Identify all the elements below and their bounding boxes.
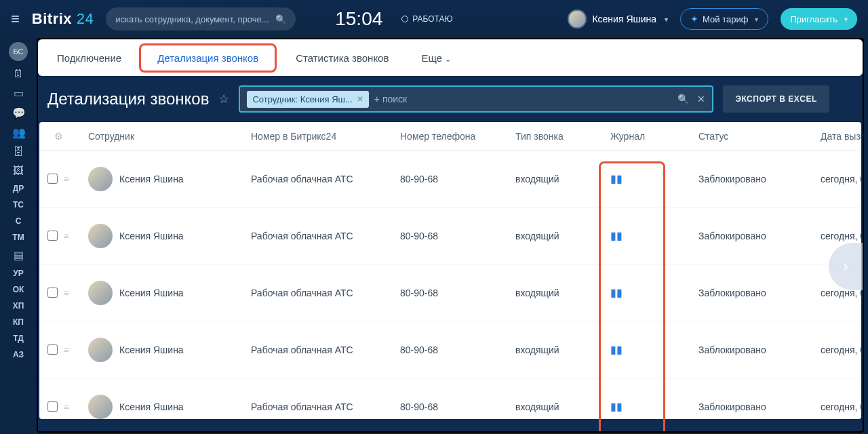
cell-employee[interactable]: Ксения Яшина bbox=[88, 281, 251, 305]
filter-chip-label: Сотрудник: Ксения Яш... bbox=[252, 94, 352, 104]
clear-icon[interactable]: ✕ bbox=[697, 94, 705, 104]
cell-type: входящий bbox=[515, 401, 610, 412]
cell-journal[interactable]: ▮▮ bbox=[610, 286, 698, 299]
tab-connection[interactable]: Подключение bbox=[43, 43, 135, 73]
col-phone[interactable]: Номер телефона bbox=[400, 131, 515, 142]
employee-name: Ксения Яшина bbox=[119, 288, 184, 298]
table-row[interactable]: ≡ Ксения Яшина Рабочая облачная АТС 80-9… bbox=[39, 264, 861, 321]
invite-button[interactable]: Пригласить ▾ bbox=[781, 8, 857, 30]
cell-employee[interactable]: Ксения Яшина bbox=[88, 224, 251, 248]
tab-call-detail[interactable]: Детализация звонков bbox=[139, 43, 277, 73]
calendar-icon[interactable]: 🗓 bbox=[12, 68, 24, 80]
table-row[interactable]: ≡ Ксения Яшина Рабочая облачная АТС 80-9… bbox=[39, 208, 861, 264]
sidebar-item[interactable]: ТМ bbox=[12, 233, 24, 242]
star-icon[interactable]: ☆ bbox=[218, 92, 229, 106]
cell-status: Заблокировано bbox=[698, 288, 821, 298]
search-icon[interactable]: 🔍 bbox=[677, 94, 689, 104]
cell-journal[interactable]: ▮▮ bbox=[610, 172, 698, 185]
row-checkbox[interactable] bbox=[47, 231, 58, 241]
sidebar-item[interactable]: ОК bbox=[13, 285, 24, 294]
row-select[interactable]: ≡ bbox=[39, 174, 77, 184]
work-status[interactable]: РАБОТАЮ bbox=[401, 14, 452, 24]
table-row[interactable]: ≡ Ксения Яшина Рабочая облачная АТС 80-9… bbox=[39, 321, 861, 378]
sidebar-item[interactable]: С bbox=[16, 216, 22, 226]
row-checkbox[interactable] bbox=[47, 288, 58, 298]
profile-menu[interactable]: Ксения Яшина ▾ bbox=[568, 9, 668, 28]
cell-number: Рабочая облачная АТС bbox=[251, 288, 400, 298]
gear-icon[interactable]: ⚙ bbox=[39, 131, 77, 142]
filter-search[interactable]: Сотрудник: Ксения Яш... ✕ + поиск 🔍 ✕ bbox=[239, 85, 713, 113]
cell-type: входящий bbox=[515, 231, 610, 241]
global-search[interactable]: искать сотрудника, документ, проче... 🔍 bbox=[106, 7, 296, 31]
plan-button[interactable]: ✦ Мой тариф ▾ bbox=[680, 8, 768, 30]
cell-date: сегодня, 09:09 bbox=[821, 401, 861, 412]
book-icon: ▮▮ bbox=[610, 287, 623, 298]
close-icon[interactable]: ✕ bbox=[357, 94, 363, 104]
cell-number: Рабочая облачная АТС bbox=[251, 231, 400, 241]
cell-status: Заблокировано bbox=[698, 231, 821, 241]
cell-type: входящий bbox=[515, 174, 610, 184]
cell-type: входящий bbox=[515, 288, 610, 298]
left-sidebar: БС 🗓 ▭ 💬 👥 🗄 🖼 ДР ТС С ТМ ▤ УР ОК ХП КП … bbox=[0, 38, 37, 434]
sidebar-item[interactable]: ТД bbox=[13, 334, 24, 343]
book-icon: ▮▮ bbox=[610, 230, 623, 241]
cell-employee[interactable]: Ксения Яшина bbox=[88, 167, 251, 191]
employee-name: Ксения Яшина bbox=[119, 174, 184, 184]
sidebar-item[interactable]: ДР bbox=[13, 184, 24, 193]
row-select[interactable]: ≡ bbox=[39, 344, 77, 355]
col-date[interactable]: Дата вызова⌄ bbox=[821, 131, 861, 142]
cell-employee[interactable]: Ксения Яшина bbox=[88, 395, 251, 419]
record-icon bbox=[401, 16, 408, 22]
drag-icon[interactable]: ≡ bbox=[63, 231, 68, 241]
drag-icon[interactable]: ≡ bbox=[63, 401, 68, 412]
col-journal[interactable]: Журнал bbox=[610, 131, 698, 142]
people-icon[interactable]: 👥 bbox=[12, 126, 24, 139]
sidebar-item[interactable]: ТС bbox=[13, 200, 24, 210]
logo[interactable]: Bitrix 24 bbox=[32, 10, 94, 28]
employee-name: Ксения Яшина bbox=[119, 231, 184, 241]
table-row[interactable]: ≡ Ксения Яшина Рабочая облачная АТС 80-9… bbox=[39, 378, 861, 419]
col-number[interactable]: Номер в Битрикс24 bbox=[251, 131, 400, 142]
sidebar-profile-circle[interactable]: БС bbox=[9, 42, 28, 61]
sidebar-item[interactable]: КП bbox=[13, 317, 24, 327]
col-status[interactable]: Статус bbox=[698, 131, 821, 142]
clock: 15:04 bbox=[335, 8, 382, 30]
tab-more[interactable]: Еще⌄ bbox=[408, 43, 465, 73]
drag-icon[interactable]: ≡ bbox=[63, 174, 68, 184]
drag-icon[interactable]: ≡ bbox=[63, 344, 68, 355]
filter-chip-employee[interactable]: Сотрудник: Ксения Яш... ✕ bbox=[247, 91, 368, 108]
hamburger-icon[interactable]: ≡ bbox=[11, 10, 20, 28]
row-select[interactable]: ≡ bbox=[39, 231, 77, 241]
doc-icon[interactable]: ▤ bbox=[12, 249, 24, 262]
row-select[interactable]: ≡ bbox=[39, 288, 77, 298]
cell-journal[interactable]: ▮▮ bbox=[610, 400, 698, 413]
row-checkbox[interactable] bbox=[47, 344, 58, 355]
sidebar-item[interactable]: ХП bbox=[13, 301, 24, 311]
drive-icon[interactable]: 🗄 bbox=[12, 146, 24, 158]
chevron-down-icon: ▾ bbox=[755, 16, 758, 23]
cell-status: Заблокировано bbox=[698, 174, 821, 184]
cell-journal[interactable]: ▮▮ bbox=[610, 343, 698, 356]
col-type[interactable]: Тип звонка bbox=[515, 131, 610, 142]
row-checkbox[interactable] bbox=[47, 174, 58, 184]
cell-phone: 80-90-68 bbox=[400, 231, 515, 241]
sidebar-item[interactable]: УР bbox=[13, 269, 23, 278]
tab-call-stats[interactable]: Статистика звонков bbox=[282, 43, 402, 73]
search-icon: 🔍 bbox=[275, 14, 286, 24]
cell-employee[interactable]: Ксения Яшина bbox=[88, 338, 251, 362]
export-excel-button[interactable]: ЭКСПОРТ В EXCEL bbox=[723, 85, 829, 113]
avatar bbox=[88, 281, 113, 305]
cell-journal[interactable]: ▮▮ bbox=[610, 229, 698, 242]
chat-icon[interactable]: 💬 bbox=[12, 106, 24, 119]
employee-name: Ксения Яшина bbox=[119, 344, 184, 355]
col-employee[interactable]: Сотрудник bbox=[88, 131, 251, 142]
logo-number: 24 bbox=[77, 10, 94, 27]
image-icon[interactable]: 🖼 bbox=[12, 165, 24, 177]
drag-icon[interactable]: ≡ bbox=[63, 288, 68, 298]
card-icon[interactable]: ▭ bbox=[12, 87, 24, 100]
row-checkbox[interactable] bbox=[47, 401, 58, 412]
row-select[interactable]: ≡ bbox=[39, 401, 77, 412]
table-row[interactable]: ≡ Ксения Яшина Рабочая облачная АТС 80-9… bbox=[39, 151, 861, 208]
invite-label: Пригласить bbox=[790, 14, 837, 24]
sidebar-item[interactable]: АЗ bbox=[13, 350, 24, 359]
